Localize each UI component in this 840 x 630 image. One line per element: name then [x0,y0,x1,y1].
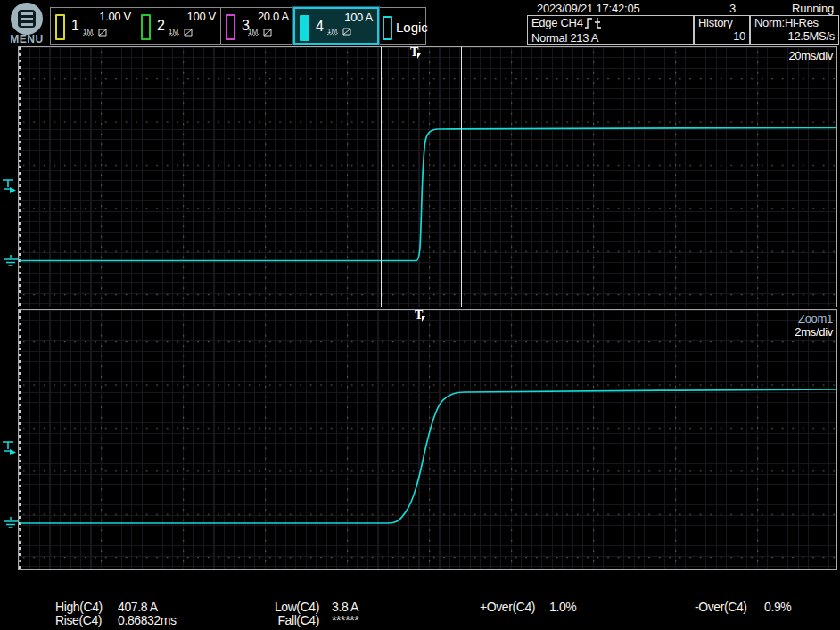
main-waveform-plot [19,47,836,307]
channel-1-coupling-probe-icons: 1M [83,26,110,42]
channel-1-number: 1 [71,18,79,34]
trigger-level-marker-zoom[interactable] [2,440,18,460]
channel-3-color-tab-icon [226,14,235,40]
run-state: Running [792,2,834,15]
trigger-level-marker-main[interactable] [2,178,18,198]
channel-4-scale: 100 A [344,11,373,24]
trigger-position-marker-zoom[interactable]: T [415,310,429,324]
hamburger-icon [11,3,43,35]
datetime: 2023/09/21 17:42:05 [537,2,639,15]
meas-fall-label: Fall(C4) [266,613,319,627]
channel-1-color-tab-icon [55,14,65,40]
meas-fall-value: ****** [332,613,358,627]
channel-bar: 1 1.00 V 1M 2 100 V 1M 3 20.0 A 1M 4 100 [50,7,426,45]
rising-edge-icon [585,18,592,31]
channel-2-coupling-probe-icons: 1M [169,26,195,42]
trigger-type-source: Edge CH4 [531,16,583,29]
meas-rise-label: Rise(C4) [55,613,102,627]
channel-3-scale: 20.0 A [258,10,289,23]
channel-4-button-active[interactable]: 4 100 A 1M [293,7,379,45]
logic-label: Logic [396,20,428,35]
meas-low-value: 3.8 A [332,600,358,614]
channel-2-scale: 100 V [187,10,216,23]
history-label: History [695,16,749,29]
menu-button[interactable]: MENU [5,3,48,44]
logic-color-tab-icon [383,16,392,40]
channel-1-scale: 1.00 V [99,10,131,23]
oscilloscope-screen: MENU 1 1.00 V 1M 2 100 V 1M 3 20.0 A 1M [0,0,840,630]
channel-4-coupling-probe-icons: 1M [327,25,354,41]
zoom-region-left-cursor[interactable] [381,47,382,307]
channel-1-button[interactable]: 1 1.00 V 1M [51,8,136,44]
main-waveform-window[interactable]: 20ms/div [18,46,837,307]
acquisition-mode: Norm:Hi-Res [751,16,838,29]
channel-4-color-tab-icon [300,15,309,41]
acquisition-count: 3 [729,2,736,15]
meas-nover-value: 0.9% [764,600,791,614]
logic-channel-button[interactable]: Logic [378,8,425,44]
menu-label: MENU [5,33,48,45]
meas-low-label: Low(C4) [266,600,319,614]
falling-edge-icon [594,18,601,31]
main-timebase-label: 20ms/div [788,49,833,62]
trigger-position-marker-main[interactable]: T [410,47,424,61]
meas-nover-label: -Over(C4) [695,600,747,614]
meas-pover-value: 1.0% [549,600,576,614]
channel-4-number: 4 [316,19,324,35]
zoom1-title: Zoom1 [798,312,833,325]
history-count: 10 [695,29,749,43]
acquisition-mode-box[interactable]: Norm:Hi-Res 12.5MS/s [750,15,839,45]
channel-2-button[interactable]: 2 100 V 1M [136,8,221,44]
history-box[interactable]: History 10 [694,15,750,45]
channel-3-coupling-probe-icons: 1M [248,26,275,42]
sample-rate: 12.5MS/s [751,29,838,43]
zoom1-waveform-plot [19,310,836,569]
channel-2-color-tab-icon [141,14,151,40]
zoom1-waveform-window[interactable]: Zoom1 2ms/div [18,309,837,570]
meas-high-label: High(C4) [55,600,103,614]
ground-level-marker-main [3,253,19,273]
meas-rise-value: 0.86832ms [118,613,177,627]
meas-pover-label: +Over(C4) [480,600,535,614]
channel-3-button[interactable]: 3 20.0 A 1M [221,8,294,44]
trigger-settings-box[interactable]: Edge CH4 Normal 213 A [527,15,694,45]
zoom1-timebase-label: 2ms/div [795,325,833,339]
channel-2-number: 2 [157,18,165,34]
ground-level-marker-zoom [3,515,19,535]
meas-high-value: 407.8 A [118,600,158,614]
zoom-region-right-cursor[interactable] [461,47,462,307]
trigger-mode-level: Normal 213 A [528,31,693,45]
